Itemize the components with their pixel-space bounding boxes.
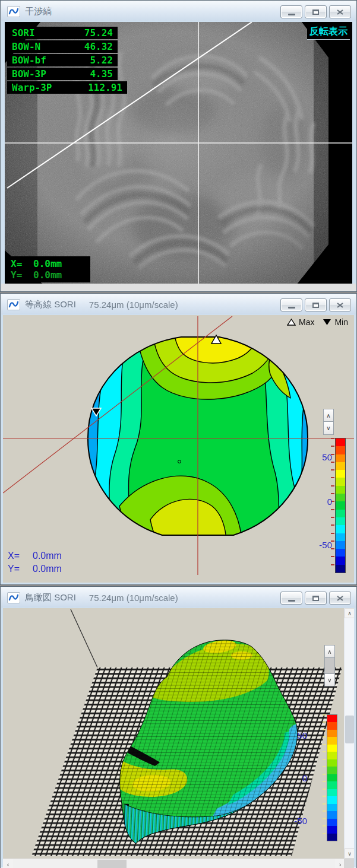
scale-spinner: ∧ ∨ <box>324 645 335 686</box>
window-contour-map: 等高線 SORI 75.24μm (10μm/scale) <box>0 293 357 585</box>
horizontal-scroll-thumb[interactable] <box>97 860 127 868</box>
minimize-button[interactable] <box>280 298 302 311</box>
interferogram-view[interactable]: SORI75.24 BOW-N46.32 BOW-bf5.22 BOW-3P4.… <box>5 22 352 284</box>
max-triangle-icon <box>287 319 296 326</box>
wave-logo-icon <box>8 593 19 602</box>
titlebar-contour[interactable]: 等高線 SORI 75.24μm (10μm/scale) <box>1 294 356 314</box>
window-birdseye-view: 鳥瞰図 SORI 75.24μm (10μm/scale) <box>0 586 357 868</box>
measurement-row: BOW-bf5.22 <box>7 54 118 66</box>
cursor-readout: X=0.0mm Y=0.0mm <box>6 256 90 282</box>
color-scale-bar <box>335 438 346 573</box>
contour-map <box>3 315 354 583</box>
window-title: 干渉縞 <box>25 6 52 17</box>
scrollbar-corner <box>344 859 354 868</box>
maximize-button[interactable] <box>305 5 327 18</box>
close-button[interactable] <box>329 592 351 605</box>
close-icon <box>337 596 343 601</box>
window-title: 鳥瞰図 SORI <box>25 592 76 603</box>
minimize-icon <box>288 307 295 309</box>
scroll-down-button[interactable]: ∨ <box>345 848 354 859</box>
scale-down-button[interactable]: ∨ <box>324 673 335 686</box>
maximize-icon <box>312 303 319 308</box>
scale-up-button[interactable]: ∧ <box>323 409 334 422</box>
minimize-icon <box>288 600 295 602</box>
vertical-scrollbar[interactable]: ∧ ∨ <box>344 608 354 859</box>
scale-label-minus50: -50 <box>283 816 307 826</box>
app-icon <box>7 592 20 603</box>
titlebar-birdseye[interactable]: 鳥瞰図 SORI 75.24μm (10μm/scale) <box>1 587 356 608</box>
measurement-row: BOW-3P4.35 <box>7 68 118 80</box>
titlebar-interferogram[interactable]: 干渉縞 <box>1 1 356 21</box>
close-button[interactable] <box>329 298 351 311</box>
scale-up-button[interactable]: ∧ <box>324 645 335 658</box>
min-triangle-icon <box>323 319 331 326</box>
window-interferogram: 干渉縞 <box>0 0 357 292</box>
wave-logo-icon <box>8 7 19 15</box>
max-min-legend: Max Min <box>287 317 348 327</box>
wave-logo-icon <box>8 300 19 309</box>
minimize-button[interactable] <box>280 592 302 605</box>
axis-line <box>71 609 97 667</box>
scale-label-50: 50 <box>283 730 307 740</box>
window-title: 等高線 SORI <box>25 299 76 310</box>
measurement-row: BOW-N46.32 <box>7 40 118 53</box>
horizontal-scrollbar[interactable]: ‹ › <box>3 859 345 868</box>
close-button[interactable] <box>329 5 351 18</box>
minimize-button[interactable] <box>280 5 302 18</box>
status-strip <box>1 284 356 291</box>
measurement-row: Warp-3P112.91 <box>7 81 127 94</box>
scale-spinner: ∧ ∨ <box>323 409 334 435</box>
window-subtitle: 75.24μm (10μm/scale) <box>89 593 178 603</box>
scale-label-0: 0 <box>308 497 332 507</box>
maximize-button[interactable] <box>305 298 327 311</box>
maximize-icon <box>312 9 319 15</box>
app-icon <box>7 6 20 17</box>
app-icon <box>7 299 20 310</box>
minimize-icon <box>288 14 295 15</box>
close-icon <box>337 9 343 15</box>
measurement-row: SORI75.24 <box>7 27 118 39</box>
scale-label-0: 0 <box>283 773 307 783</box>
contour-plot-area[interactable]: Max Min ∧ ∨ 50 0 -50 X=0.0mm Y=0.0mm <box>3 315 354 583</box>
scale-down-button[interactable]: ∨ <box>323 422 334 435</box>
vertical-scroll-thumb[interactable] <box>345 716 354 743</box>
measurement-readout: SORI75.24 BOW-N46.32 BOW-bf5.22 BOW-3P4.… <box>7 27 127 95</box>
scale-label-minus50: -50 <box>308 540 332 550</box>
maximize-icon <box>312 596 319 601</box>
scroll-up-button[interactable]: ∧ <box>345 608 354 618</box>
birdseye-plot-area[interactable]: ∧ ∨ 50 0 -50 ∧ ∨ ‹ › <box>3 608 354 868</box>
cursor-readout: X=0.0mm Y=0.0mm <box>8 551 62 577</box>
scale-label-50: 50 <box>308 452 332 462</box>
close-icon <box>337 303 343 308</box>
maximize-button[interactable] <box>305 592 327 605</box>
invert-display-button[interactable]: 反転表示 <box>307 25 350 40</box>
scroll-left-button[interactable]: ‹ <box>3 859 13 868</box>
window-subtitle: 75.24μm (10μm/scale) <box>89 300 178 310</box>
color-scale-bar <box>327 714 337 841</box>
spinner-thumb[interactable] <box>324 658 335 673</box>
